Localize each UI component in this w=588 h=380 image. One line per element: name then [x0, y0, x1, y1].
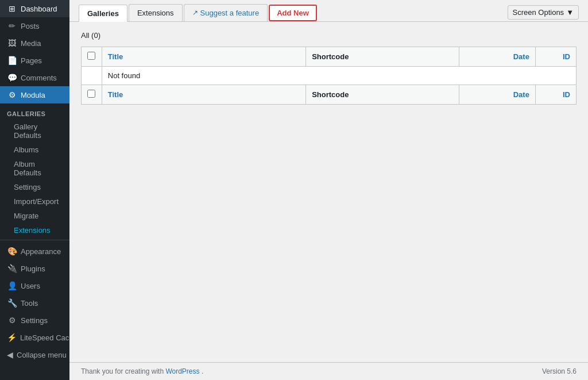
galleries-section-label: Galleries	[0, 103, 69, 120]
col-date-header[interactable]: Date	[459, 47, 535, 67]
screen-options-arrow-icon: ▼	[566, 8, 574, 17]
tab-extensions[interactable]: Extensions	[129, 4, 183, 21]
suggest-icon: ↗	[192, 9, 198, 17]
dashboard-icon: ⊞	[7, 4, 17, 13]
settings-icon: ⚙	[7, 316, 17, 325]
sidebar-item-import-export[interactable]: Import/Export	[0, 194, 69, 209]
sidebar-item-pages[interactable]: 📄 Pages	[0, 52, 69, 69]
sidebar-item-modula[interactable]: ⚙ Modula	[0, 86, 69, 103]
col-id-footer[interactable]: ID	[535, 85, 576, 105]
sidebar-label: Media	[21, 39, 41, 48]
media-icon: 🖼	[7, 39, 17, 48]
sidebar-label: Pages	[21, 56, 42, 65]
sidebar-item-media[interactable]: 🖼 Media	[0, 34, 69, 52]
col-date-footer[interactable]: Date	[459, 85, 535, 105]
sidebar-label: Posts	[21, 22, 40, 30]
sidebar-item-album-defaults[interactable]: Album Defaults	[0, 157, 69, 180]
col-title-footer[interactable]: Title	[102, 85, 305, 105]
footer-credit: Thank you for creating with WordPress .	[81, 367, 203, 375]
col-check-header	[82, 47, 102, 67]
sidebar-item-settings[interactable]: Settings	[0, 180, 69, 194]
sidebar-item-posts[interactable]: ✏ Posts	[0, 17, 69, 34]
appearance-icon: 🎨	[7, 247, 17, 256]
tools-icon: 🔧	[7, 298, 17, 308]
sidebar-label: Appearance	[21, 247, 61, 256]
tab-add-new[interactable]: Add New	[269, 5, 317, 21]
not-found-cell: Not found	[102, 67, 576, 85]
screen-options-button[interactable]: Screen Options ▼	[508, 5, 579, 20]
table-header-row: Title Shortcode Date ID	[82, 47, 577, 67]
sidebar-item-tools[interactable]: 🔧 Tools	[0, 294, 69, 312]
content-area: All (0) Title Shortcode Date ID No	[69, 22, 588, 362]
tab-suggest[interactable]: ↗ Suggest a feature	[184, 4, 268, 21]
page-footer: Thank you for creating with WordPress . …	[69, 362, 588, 380]
litespeed-icon: ⚡	[7, 333, 17, 342]
comments-icon: 💬	[7, 73, 17, 82]
sidebar-item-extensions[interactable]: Extensions	[0, 223, 69, 237]
sidebar-label: Settings	[21, 316, 48, 325]
sidebar-label: Collapse menu	[17, 351, 67, 359]
all-count-label: All (0)	[81, 31, 577, 40]
version-label: Version 5.6	[542, 367, 577, 375]
sidebar-item-comments[interactable]: 💬 Comments	[0, 69, 69, 86]
modula-icon: ⚙	[7, 90, 17, 99]
main-area: Galleries Extensions ↗ Suggest a feature…	[69, 0, 588, 380]
posts-icon: ✏	[7, 21, 17, 30]
users-icon: 👤	[7, 281, 17, 290]
sidebar-item-migrate[interactable]: Migrate	[0, 209, 69, 223]
table-footer-row: Title Shortcode Date ID	[82, 85, 577, 105]
screen-options-label: Screen Options	[513, 8, 564, 17]
sidebar-item-albums[interactable]: Albums	[0, 143, 69, 157]
plugins-icon: 🔌	[7, 264, 17, 273]
tab-bar: Galleries Extensions ↗ Suggest a feature…	[79, 4, 318, 21]
sidebar-item-appearance[interactable]: 🎨 Appearance	[0, 243, 69, 260]
col-title-header[interactable]: Title	[102, 47, 305, 67]
sidebar-label: Plugins	[21, 264, 45, 273]
sidebar-label: Tools	[21, 299, 38, 308]
sidebar-label: Dashboard	[21, 5, 57, 13]
sidebar-item-settings2[interactable]: ⚙ Settings	[0, 312, 69, 329]
select-all-checkbox[interactable]	[87, 52, 95, 60]
tab-galleries[interactable]: Galleries	[79, 5, 127, 22]
wordpress-link[interactable]: WordPress	[165, 367, 199, 375]
not-found-row: Not found	[82, 67, 577, 85]
sidebar-item-collapse[interactable]: ◀ Collapse menu	[0, 346, 69, 363]
col-shortcode-footer: Shortcode	[306, 85, 459, 105]
col-id-header[interactable]: ID	[535, 47, 576, 67]
sidebar-label: Users	[21, 282, 40, 290]
pages-icon: 📄	[7, 56, 17, 65]
not-found-check-cell	[82, 67, 102, 85]
sidebar-item-gallery-defaults[interactable]: Gallery Defaults	[0, 120, 69, 143]
sidebar: ⊞ Dashboard ✏ Posts 🖼 Media 📄 Pages 💬 Co…	[0, 0, 69, 380]
col-check-footer	[82, 85, 102, 105]
topbar: Galleries Extensions ↗ Suggest a feature…	[69, 0, 588, 22]
sidebar-item-plugins[interactable]: 🔌 Plugins	[0, 260, 69, 277]
galleries-table: Title Shortcode Date ID Not found Title	[81, 47, 577, 105]
sidebar-item-users[interactable]: 👤 Users	[0, 277, 69, 294]
col-shortcode-header: Shortcode	[306, 47, 459, 67]
select-all-footer-checkbox[interactable]	[87, 90, 95, 98]
sidebar-label: Modula	[21, 91, 45, 99]
collapse-icon: ◀	[7, 350, 13, 359]
sidebar-item-dashboard[interactable]: ⊞ Dashboard	[0, 0, 69, 17]
sidebar-item-litespeed[interactable]: ⚡ LiteSpeed Cache	[0, 329, 69, 346]
sidebar-label: LiteSpeed Cache	[20, 333, 69, 342]
sidebar-label: Comments	[21, 74, 57, 82]
